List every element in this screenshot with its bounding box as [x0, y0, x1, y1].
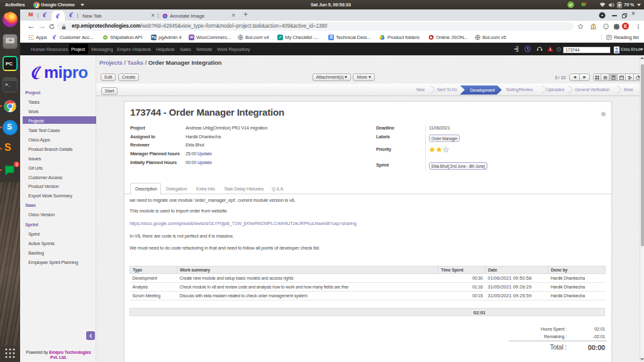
- svg-text:mipro: mipro: [44, 63, 88, 82]
